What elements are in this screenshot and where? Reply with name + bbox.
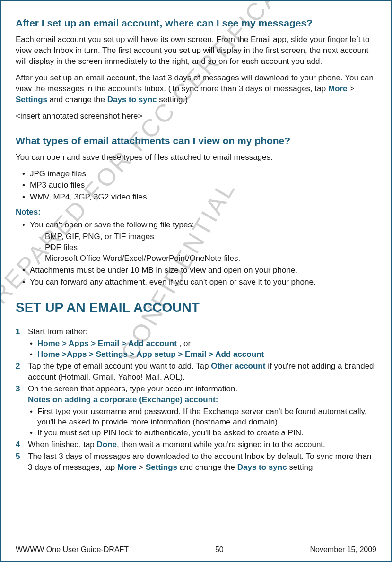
ui-ref-days-to-sync: Days to sync [107, 95, 157, 104]
list-item: Home > Apps > Email > Add account , or [30, 338, 376, 349]
step5-text-c: setting. [287, 463, 315, 472]
step-5: The last 3 days of messages are download… [16, 451, 376, 473]
step3-notes-heading: Notes on adding a corporate (Exchange) a… [28, 395, 218, 404]
step1-b1-tail: , or [177, 339, 191, 348]
list-item: First type your username and password. I… [30, 406, 376, 428]
list-item: JPG image files [22, 169, 376, 180]
step3-text: On the screen that appears, type your ac… [28, 384, 237, 393]
list-item: PDF files [38, 242, 376, 253]
ui-ref-done: Done [97, 440, 117, 449]
note1-lead: You can't open or save the following fil… [30, 220, 194, 229]
step-1: Start from either: Home > Apps > Email >… [16, 327, 376, 360]
q2-notes-list: You can't open or save the following fil… [16, 220, 376, 288]
step-2: Tap the type of email account you want t… [16, 361, 376, 383]
list-item: MP3 audio files [22, 180, 376, 191]
step1-options: Home > Apps > Email > Add account , or H… [28, 338, 376, 360]
section-heading: SET UP AN EMAIL ACCOUNT [16, 300, 376, 315]
q1-paragraph-1: Each email account you set up will have … [16, 35, 376, 67]
setup-steps-list: Start from either: Home > Apps > Email >… [16, 327, 376, 473]
ui-ref-other-account: Other account [211, 362, 265, 371]
step2-text-a: Tap the type of email account you want t… [28, 362, 211, 371]
step4-text-a: When finished, tap [28, 440, 97, 449]
footer-date: November 15, 2009 [310, 545, 376, 554]
nav-path-2: Home >Apps > Settings > App setup > Emai… [37, 350, 264, 359]
q2-file-types-list: JPG image files MP3 audio files WMV, MP4… [16, 169, 376, 203]
step1-text: Start from either: [28, 327, 88, 336]
ui-ref-days-to-sync-2: Days to sync [237, 463, 287, 472]
step-3: On the screen that appears, type your ac… [16, 384, 376, 439]
list-item: BMP, GIF, PNG, or TIF images [38, 232, 376, 242]
list-item: Home >Apps > Settings > App setup > Emai… [30, 349, 376, 360]
nav-path-1: Home > Apps > Email > Add account [37, 339, 177, 348]
list-item: If you must set up PIN lock to authentic… [30, 428, 376, 439]
ui-ref-settings-2: Settings [146, 463, 177, 472]
q2-intro: You can open and save these types of fil… [16, 152, 376, 163]
heading-q2: What types of email attachments can I vi… [16, 135, 376, 147]
list-item: Microsoft Office Word/Excel/PowerPoint/O… [38, 253, 376, 264]
screenshot-placeholder: <insert annotated screenshot here> [16, 111, 376, 122]
sep-gt-2: > [137, 463, 146, 472]
footer-doc-title: WWWW One User Guide-DRAFT [16, 545, 129, 554]
list-item: You can forward any attachment, even if … [22, 277, 376, 288]
list-item: WMV, MP4, 3GP, 3G2 video files [22, 192, 376, 203]
notes-label: Notes: [16, 208, 376, 217]
ui-ref-more: More [328, 84, 348, 93]
q1-p2-text-b: and change the [47, 95, 107, 104]
ui-ref-settings: Settings [16, 95, 47, 104]
q1-p2-text-a: After you set up an email account, the l… [16, 73, 374, 93]
list-item: You can't open or save the following fil… [22, 220, 376, 264]
step-4: When finished, tap Done, then wait a mom… [16, 440, 376, 450]
step5-text-b: and change the [177, 463, 237, 472]
page-footer: WWWW One User Guide-DRAFT 50 November 15… [16, 545, 376, 554]
q1-paragraph-2: After you set up an email account, the l… [16, 73, 376, 105]
step4-text-b: , then wait a moment while you're signed… [117, 440, 325, 449]
q1-p2-text-c: setting.) [157, 95, 188, 104]
footer-page-number: 50 [215, 545, 224, 554]
ui-ref-more-2: More [117, 463, 137, 472]
page-content: After I set up an email account, where c… [16, 17, 376, 473]
heading-q1: After I set up an email account, where c… [16, 17, 376, 29]
sep-gt-1: > [348, 84, 355, 93]
note1-sublist: BMP, GIF, PNG, or TIF images PDF files M… [30, 232, 376, 264]
list-item: Attachments must be under 10 MB in size … [22, 265, 376, 276]
step3-notes-list: First type your username and password. I… [28, 406, 376, 439]
